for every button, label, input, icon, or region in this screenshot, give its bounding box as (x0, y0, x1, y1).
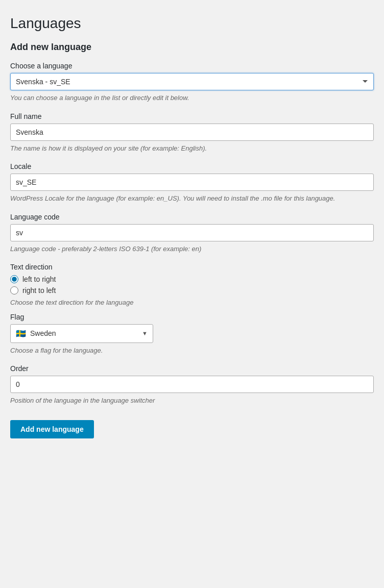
language-select-group: Choose a language Svenska - sv_SE You ca… (10, 62, 374, 103)
language-select-hint: You can choose a language in the list or… (10, 93, 374, 103)
flag-hint: Choose a flag for the language. (10, 346, 374, 356)
rtl-option[interactable]: right to left (10, 286, 374, 295)
flag-value: Sweden (30, 329, 56, 337)
rtl-label: right to left (22, 286, 56, 295)
flag-group: Flag 🇸🇪 Sweden Choose a flag for the lan… (10, 313, 374, 356)
text-direction-label: Text direction (10, 263, 374, 271)
text-direction-hint: Choose the text direction for the langua… (10, 298, 374, 308)
full-name-label: Full name (10, 112, 374, 120)
language-code-hint: Language code - preferably 2-letters ISO… (10, 244, 374, 254)
ltr-radio[interactable] (10, 275, 18, 283)
order-group: Order Position of the language in the la… (10, 364, 374, 406)
full-name-input[interactable] (10, 124, 374, 141)
flag-select[interactable]: 🇸🇪 Sweden (10, 324, 153, 343)
text-direction-group: Text direction left to right right to le… (10, 263, 374, 308)
section-title: Add new language (10, 42, 374, 53)
order-hint: Position of the language in the language… (10, 396, 374, 406)
add-new-language-button[interactable]: Add new language (10, 420, 94, 438)
ltr-label: left to right (22, 275, 56, 283)
language-code-group: Language code Language code - preferably… (10, 213, 374, 254)
full-name-hint: The name is how it is displayed on your … (10, 143, 374, 154)
full-name-group: Full name The name is how it is displaye… (10, 112, 374, 154)
locale-hint: WordPress Locale for the language (for e… (10, 193, 374, 204)
locale-input[interactable] (10, 174, 374, 191)
language-code-label: Language code (10, 213, 374, 221)
page-title: Languages (10, 15, 374, 32)
text-direction-radio-group: left to right right to left (10, 275, 374, 295)
locale-label: Locale (10, 162, 374, 170)
locale-group: Locale WordPress Locale for the language… (10, 162, 374, 204)
language-code-input[interactable] (10, 224, 374, 241)
flag-emoji: 🇸🇪 (16, 329, 26, 338)
ltr-option[interactable]: left to right (10, 275, 374, 283)
rtl-radio[interactable] (10, 286, 18, 295)
flag-label: Flag (10, 313, 374, 321)
language-select[interactable]: Svenska - sv_SE (10, 73, 374, 90)
language-select-label: Choose a language (10, 62, 374, 70)
order-input[interactable] (10, 376, 374, 393)
order-label: Order (10, 364, 374, 373)
